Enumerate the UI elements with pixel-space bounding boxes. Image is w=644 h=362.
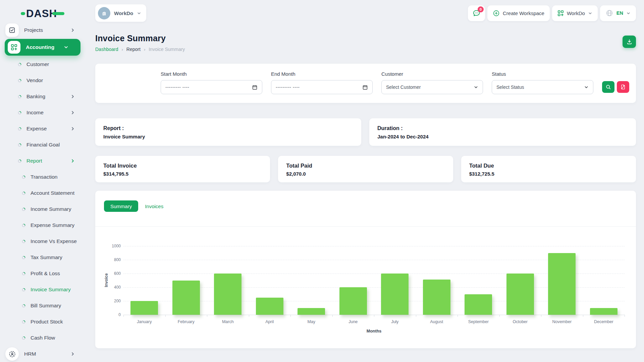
x-axis-tick <box>416 315 416 317</box>
report-card: Report : Invoice Summary <box>95 118 361 146</box>
duration-card: Duration : Jan-2024 to Dec-2024 <box>369 118 636 146</box>
workspace-name: WorkDo <box>114 10 133 16</box>
sidebar-item-accounting[interactable]: Accounting <box>5 39 80 56</box>
bullet-icon <box>18 111 21 115</box>
breadcrumb-current: Invoice Summary <box>149 47 185 52</box>
status-select[interactable]: Select Status <box>492 80 593 94</box>
total-invoice-label: Total Invoice <box>103 163 262 169</box>
totals-row: Total Invoice $314,795.5 Total Paid $2,0… <box>95 156 636 182</box>
end-month-group: End Month --------- ---- <box>271 71 373 103</box>
bullet-icon <box>22 288 25 292</box>
create-workspace-label: Create Workspace <box>503 10 544 16</box>
start-month-label: Start Month <box>161 71 262 77</box>
chevron-down-icon <box>626 11 631 15</box>
language-code: EN <box>616 10 623 16</box>
chevron-down-icon <box>584 85 589 89</box>
grid-plus-icon <box>8 41 20 54</box>
sidebar-item-label: Projects <box>24 27 43 33</box>
sidebar-item-expense-summary[interactable]: Expense Summary <box>0 217 87 233</box>
sidebar-item-label: Invoice Summary <box>31 287 71 293</box>
chevron-right-icon <box>70 126 75 131</box>
total-invoice-value: $314,795.5 <box>103 171 262 177</box>
sidebar-item-income-vs-expense[interactable]: Income Vs Expense <box>0 233 87 249</box>
bullet-icon <box>22 304 25 308</box>
export-download-button[interactable] <box>623 36 636 48</box>
total-paid-card: Total Paid $2,070.0 <box>278 156 453 182</box>
total-due-value: $312,725.5 <box>469 171 628 177</box>
bullet-icon <box>22 256 25 259</box>
sidebar-item-cash-flow[interactable]: Cash Flow <box>0 330 87 346</box>
filter-actions <box>602 81 629 103</box>
x-tick-label-july: July <box>374 319 416 324</box>
chevron-down-icon <box>588 11 592 15</box>
sidebar-item-income[interactable]: Income <box>0 105 87 121</box>
file-reset-icon <box>620 84 626 90</box>
end-month-input[interactable]: --------- ---- <box>271 80 373 94</box>
sidebar-item-label: Account Statement <box>31 190 74 196</box>
chevron-right-icon: › <box>122 47 123 52</box>
x-tick-label-november: November <box>541 319 583 324</box>
sidebar-item-expense[interactable]: Expense <box>0 121 87 137</box>
customer-label: Customer <box>381 71 483 77</box>
bar-february <box>172 281 200 315</box>
sidebar-item-product-stock[interactable]: Product Stock <box>0 314 87 330</box>
breadcrumb: Dashboard › Report › Invoice Summary <box>95 47 185 52</box>
duration-label: Duration : <box>377 125 628 131</box>
top-right-actions: 0 Create Workspace WorkDo EN <box>468 5 636 21</box>
sidebar-item-profit-loss[interactable]: Profit & Loss <box>0 265 87 282</box>
bar-october <box>506 274 534 315</box>
x-axis-tick <box>458 315 458 317</box>
sidebar-item-customer[interactable]: Customer <box>0 56 87 72</box>
end-month-placeholder: --------- ---- <box>276 84 300 90</box>
bar-june <box>339 287 367 315</box>
reset-filter-button[interactable] <box>617 81 629 93</box>
sidebar-item-hrm[interactable]: HRM <box>0 346 87 362</box>
sidebar-item-label: Income <box>26 110 44 116</box>
sidebar-item-transaction[interactable]: Transaction <box>0 169 87 185</box>
sidebar-item-income-summary[interactable]: Income Summary <box>0 201 87 217</box>
customer-select[interactable]: Select Customer <box>381 80 483 94</box>
bullet-icon <box>18 159 21 163</box>
workdo-app-menu-label: WorkDo <box>567 10 585 16</box>
y-tick-label: 600 <box>105 271 121 276</box>
workspace-selector[interactable]: WorkDo <box>95 4 146 22</box>
bullet-icon <box>18 79 21 82</box>
sidebar-menu: ProjectsAccountingCustomerVendorBankingI… <box>0 22 87 362</box>
chevron-right-icon <box>70 110 75 115</box>
x-axis-tick <box>207 315 207 317</box>
sidebar-item-invoice-summary[interactable]: Invoice Summary <box>0 282 87 298</box>
bar-august <box>423 280 450 315</box>
apply-filter-button[interactable] <box>602 81 614 93</box>
sidebar-item-label: Product Stock <box>31 319 63 325</box>
sidebar-item-vendor[interactable]: Vendor <box>0 72 87 88</box>
x-tick-label-january: January <box>123 319 165 324</box>
chevron-down-icon <box>474 85 478 89</box>
breadcrumb-dashboard-link[interactable]: Dashboard <box>95 47 118 52</box>
page-title: Invoice Summary <box>95 34 185 43</box>
total-invoice-card: Total Invoice $314,795.5 <box>95 156 270 182</box>
bar-may <box>298 308 325 315</box>
x-tick-label-december: December <box>583 319 625 324</box>
x-tick-label-august: August <box>416 319 458 324</box>
bullet-icon <box>22 336 25 340</box>
sidebar: DASH ProjectsAccountingCustomerVendorBan… <box>0 0 87 362</box>
breadcrumb-report-link[interactable]: Report <box>126 47 141 52</box>
search-icon <box>605 84 611 90</box>
language-selector[interactable]: EN <box>600 5 636 21</box>
sidebar-item-account-statement[interactable]: Account Statement <box>0 185 87 201</box>
sidebar-item-label: Transaction <box>31 174 57 180</box>
sidebar-item-report[interactable]: Report <box>0 153 87 169</box>
workdo-app-menu-button[interactable]: WorkDo <box>552 5 598 21</box>
messages-button[interactable]: 0 <box>468 5 485 21</box>
sidebar-item-projects[interactable]: Projects <box>0 22 87 38</box>
bar-january <box>130 301 158 315</box>
start-month-input[interactable]: --------- ---- <box>161 80 262 94</box>
sidebar-item-bill-summary[interactable]: Bill Summary <box>0 298 87 314</box>
sidebar-item-banking[interactable]: Banking <box>0 88 87 105</box>
bullet-icon <box>18 63 21 66</box>
sidebar-item-tax-summary[interactable]: Tax Summary <box>0 249 87 265</box>
x-tick-label-october: October <box>499 319 541 324</box>
create-workspace-button[interactable]: Create Workspace <box>487 5 550 21</box>
sidebar-item-financial-goal[interactable]: Financial Goal <box>0 137 87 153</box>
invoice-bar-chart: Invoice Months 02004006008001000JanuaryF… <box>95 191 636 348</box>
